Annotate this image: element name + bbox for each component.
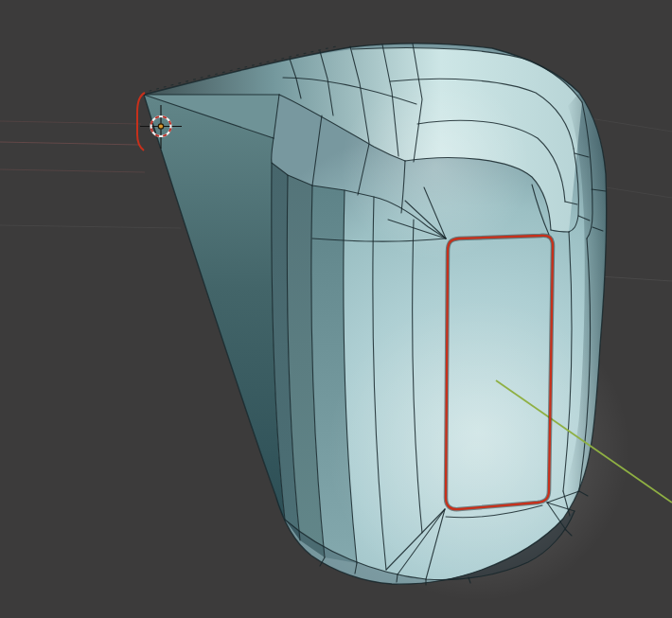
cursor-center-dot bbox=[158, 124, 163, 129]
viewport-canvas[interactable] bbox=[0, 0, 672, 618]
